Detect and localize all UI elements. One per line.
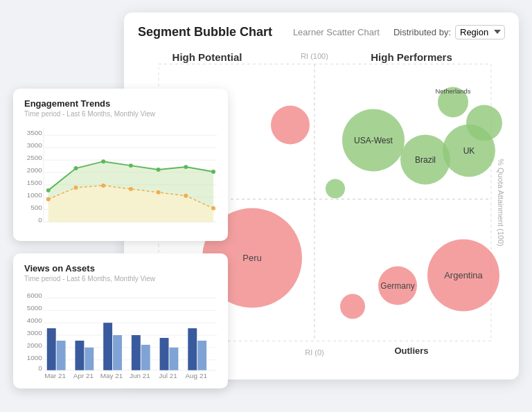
assets-title: Views on Assets bbox=[24, 263, 217, 274]
bubble-germany-label: Germany bbox=[380, 280, 414, 290]
bubble-uk-label: UK bbox=[463, 145, 475, 155]
bubble-peru-label: Peru bbox=[242, 252, 261, 262]
orange-dot-1 bbox=[46, 197, 51, 201]
x-may21: May 21 bbox=[100, 371, 123, 379]
assets-subtitle: Time period - Last 6 Months, Monthly Vie… bbox=[24, 275, 217, 283]
green-dot-3 bbox=[101, 159, 105, 163]
ri-top-label: RI (100) bbox=[301, 51, 328, 60]
x-apr21: Apr 21 bbox=[73, 371, 94, 379]
ay-5000: 5000 bbox=[27, 304, 43, 312]
bar-jun-dark bbox=[132, 335, 141, 370]
y-axis-label: % Quota Attainment (100) bbox=[497, 159, 505, 247]
ay-1000: 1000 bbox=[27, 353, 43, 361]
bubble-brazil-label: Brazil bbox=[415, 154, 436, 164]
orange-dot-4 bbox=[129, 186, 133, 190]
ri-bottom-label: RI (0) bbox=[305, 348, 324, 356]
bubble-chart-header: Segment Bubble Chart Learner Scatter Cha… bbox=[138, 25, 505, 39]
assets-chart-svg: 6000 5000 4000 3000 2000 1000 0 Mar 21 bbox=[24, 288, 217, 384]
q-high-performers-label: High Performers bbox=[371, 51, 452, 62]
q-outliers-label: Outliers bbox=[394, 345, 428, 355]
distributed-label: Distributed by: bbox=[393, 27, 451, 37]
q-high-potential-label: High Potential bbox=[172, 51, 242, 62]
engagement-subtitle: Time period - Last 6 Months, Monthly Vie… bbox=[24, 110, 217, 118]
bar-mar-light bbox=[57, 340, 66, 370]
bar-jul-dark bbox=[160, 337, 169, 370]
y-1000: 1000 bbox=[27, 190, 43, 198]
engagement-title: Engagement Trends bbox=[24, 98, 217, 109]
x-mar21: Mar 21 bbox=[44, 371, 66, 379]
green-dot-7 bbox=[211, 170, 215, 174]
y-1500: 1500 bbox=[27, 178, 43, 186]
y-0: 0 bbox=[38, 215, 42, 223]
distributed-control: Distributed by: Region Team Country bbox=[393, 25, 505, 39]
green-dot-1 bbox=[46, 188, 51, 192]
ay-0: 0 bbox=[38, 364, 42, 371]
y-2500: 2500 bbox=[27, 154, 43, 161]
scene: Segment Bubble Chart Learner Scatter Cha… bbox=[13, 12, 519, 400]
green-dot-6 bbox=[184, 165, 188, 169]
y-3000: 3000 bbox=[27, 141, 43, 149]
bubble-argentina-label: Argentina bbox=[444, 269, 483, 280]
bar-apr-light bbox=[85, 347, 94, 370]
x-jun21: Jun 21 bbox=[130, 371, 150, 379]
y-3500: 3500 bbox=[27, 129, 43, 136]
bar-jun-light bbox=[141, 344, 150, 370]
bubble-small-green-1 bbox=[466, 105, 502, 141]
y-2000: 2000 bbox=[27, 166, 43, 174]
bubble-small-green-2 bbox=[326, 179, 345, 198]
bubble-chart-title: Segment Bubble Chart bbox=[138, 25, 272, 39]
x-aug21: Aug 21 bbox=[186, 371, 208, 379]
x-jul21: Jul 21 bbox=[159, 371, 177, 379]
bubble-small-red-1 bbox=[271, 105, 310, 144]
bubble-small-red-3 bbox=[340, 294, 365, 319]
y-500: 500 bbox=[30, 203, 42, 211]
green-dot-5 bbox=[157, 168, 161, 172]
orange-dot-6 bbox=[184, 193, 188, 197]
orange-dot-2 bbox=[73, 185, 78, 189]
engagement-chart-svg: 3500 3000 2500 2000 1500 1000 500 0 bbox=[24, 123, 217, 231]
green-dot-4 bbox=[129, 163, 133, 168]
bar-mar-dark bbox=[47, 328, 56, 370]
engagement-card: Engagement Trends Time period - Last 6 M… bbox=[13, 89, 228, 241]
ay-2000: 2000 bbox=[27, 341, 43, 348]
bar-aug-dark bbox=[188, 328, 197, 370]
bar-may-dark bbox=[103, 323, 112, 370]
bubble-usawest-label: USA-West bbox=[354, 135, 393, 145]
orange-dot-3 bbox=[101, 183, 105, 187]
ay-3000: 3000 bbox=[27, 329, 43, 337]
bar-jul-light bbox=[169, 347, 178, 370]
bar-may-light bbox=[113, 335, 122, 370]
ay-4000: 4000 bbox=[27, 316, 43, 324]
bubble-netherlands-label: Netherlands bbox=[435, 87, 470, 94]
ay-6000: 6000 bbox=[27, 292, 43, 299]
bar-aug-light bbox=[197, 340, 206, 370]
orange-dot-5 bbox=[157, 190, 161, 194]
orange-dot-7 bbox=[211, 206, 215, 210]
assets-card: Views on Assets Time period - Last 6 Mon… bbox=[13, 253, 228, 388]
bubble-chart-subtitle: Learner Scatter Chart bbox=[293, 27, 380, 37]
green-dot-2 bbox=[73, 166, 78, 170]
bar-apr-dark bbox=[75, 340, 84, 370]
distributed-select[interactable]: Region Team Country bbox=[455, 25, 505, 39]
